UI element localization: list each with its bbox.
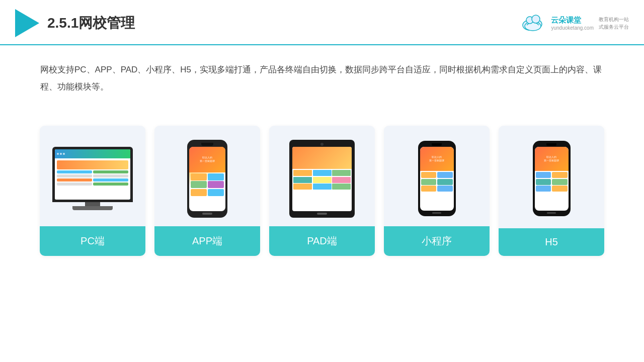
card-h5-label: H5 <box>499 228 604 256</box>
card-miniapp-label: 小程序 <box>384 226 490 256</box>
pc-mockup <box>52 147 133 210</box>
brand-domain: yunduoketang.com <box>551 25 594 31</box>
card-pad-label: PAD端 <box>269 226 375 256</box>
card-app-label: APP端 <box>154 226 260 256</box>
page-title: 2.5.1网校管理 <box>47 14 135 33</box>
svg-point-4 <box>532 15 540 23</box>
description-text: 网校支持PC、APP、PAD、小程序、H5，实现多端打通，产品各终端自由切换，数… <box>0 45 644 106</box>
card-miniapp: 职达人的第一堂刷题课 小程序 <box>384 126 490 256</box>
card-pad-image <box>269 126 375 226</box>
logo-icon <box>15 9 39 37</box>
header-left: 2.5.1网校管理 <box>15 9 135 37</box>
card-app: 职达人的第一堂刷题课 APP端 <box>154 126 260 256</box>
brand-info: 云朵课堂 yunduoketang.com <box>551 16 594 31</box>
card-pad: PAD端 <box>269 126 375 256</box>
card-h5-image: 职达人的第一堂刷题课 <box>499 126 604 226</box>
card-pc: PC端 <box>40 126 145 256</box>
card-miniapp-image: 职达人的第一堂刷题课 <box>384 126 490 226</box>
card-pc-image <box>40 126 145 226</box>
header: 2.5.1网校管理 云朵课堂 yunduoketang.com 教育机构一站 式… <box>0 0 644 45</box>
brand-tagline: 教育机构一站 式服务云平台 <box>599 16 629 31</box>
card-pc-label: PC端 <box>40 226 145 256</box>
header-right: 云朵课堂 yunduoketang.com 教育机构一站 式服务云平台 <box>520 14 629 32</box>
brand-cloud-icon <box>520 14 546 32</box>
card-h5: 职达人的第一堂刷题课 H5 <box>499 126 604 256</box>
app-phone-mockup: 职达人的第一堂刷题课 <box>187 140 227 218</box>
h5-phone-mockup: 职达人的第一堂刷题课 <box>533 141 571 216</box>
tablet-mockup <box>289 140 355 218</box>
card-app-image: 职达人的第一堂刷题课 <box>154 126 260 226</box>
cards-container: PC端 职达人的第一堂刷题课 <box>0 111 644 256</box>
brand-name: 云朵课堂 <box>551 16 594 25</box>
miniapp-phone-mockup: 职达人的第一堂刷题课 <box>418 141 456 216</box>
